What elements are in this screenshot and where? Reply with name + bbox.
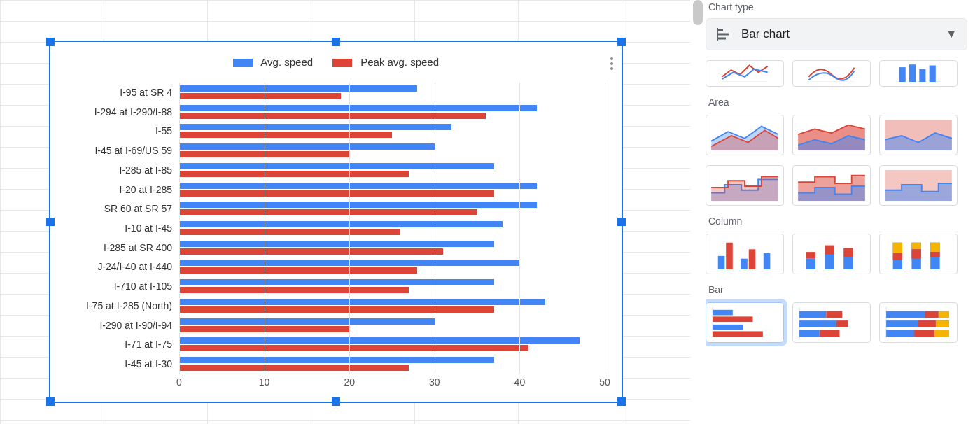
svg-rect-50 <box>713 331 763 337</box>
chart-gridline <box>349 83 350 374</box>
svg-rect-35 <box>844 248 853 257</box>
chart-type-gallery[interactable]: Area <box>706 60 967 410</box>
svg-rect-31 <box>806 252 816 259</box>
svg-rect-28 <box>764 253 771 269</box>
y-axis-label: I-285 at I-85 <box>67 160 179 180</box>
y-axis-label: J-24/I-40 at I-440 <box>67 257 179 277</box>
svg-rect-38 <box>893 243 902 253</box>
chart-gridline <box>519 83 520 374</box>
chart-options-button[interactable] <box>610 57 613 70</box>
y-axis-label: I-294 at I-290/I-88 <box>67 102 179 122</box>
chart-thumb-100-area[interactable] <box>879 115 958 155</box>
bar-row <box>179 160 605 180</box>
bar-peak-avg-speed <box>179 190 494 197</box>
svg-rect-45 <box>930 252 939 257</box>
y-axis-label: I-55 <box>67 121 179 141</box>
chart-thumb-area[interactable] <box>706 115 784 155</box>
svg-rect-67 <box>934 330 949 337</box>
y-axis-label: I-285 at SR 400 <box>67 238 179 257</box>
svg-rect-57 <box>820 330 840 337</box>
chart-thumb-bar[interactable] <box>706 302 784 343</box>
bar-avg-speed <box>179 143 435 150</box>
spreadsheet-area[interactable]: Avg. speed Peak avg. speed I-95 at SR 4I… <box>0 0 690 424</box>
bar-peak-avg-speed <box>179 287 409 293</box>
resize-handle-middle-right[interactable] <box>617 218 626 226</box>
legend-swatch-avg <box>233 59 253 67</box>
bar-avg-speed <box>179 202 537 208</box>
svg-rect-30 <box>806 259 816 269</box>
chart-thumb-100-bar[interactable] <box>879 302 958 343</box>
bar-row <box>179 141 605 160</box>
bar-avg-speed <box>179 318 435 325</box>
resize-handle-top-left[interactable] <box>46 38 55 46</box>
svg-rect-42 <box>911 249 920 258</box>
y-axis-label: I-45 at I-69/US 59 <box>67 141 179 160</box>
svg-rect-63 <box>918 320 936 327</box>
svg-rect-44 <box>930 243 939 252</box>
section-area-label: Area <box>708 97 967 108</box>
resize-handle-top-right[interactable] <box>617 38 626 46</box>
x-axis-tick: 40 <box>514 376 526 388</box>
section-bar-label: Bar <box>708 284 967 295</box>
y-axis-label: I-10 at I-45 <box>67 218 179 238</box>
resize-handle-top-middle[interactable] <box>332 38 340 46</box>
bar-avg-speed <box>179 357 494 363</box>
svg-rect-56 <box>799 330 820 337</box>
bar-row <box>179 102 605 122</box>
svg-rect-54 <box>799 320 836 327</box>
bar-row <box>179 257 605 277</box>
chart-thumb-column-mini[interactable] <box>879 60 958 87</box>
chart-type-select[interactable]: Bar chart ▼ <box>706 18 967 50</box>
chart-thumb-step-area[interactable] <box>706 165 784 206</box>
bar-peak-avg-speed <box>179 209 477 215</box>
chart-thumb-stacked-area[interactable] <box>792 115 871 155</box>
svg-rect-7 <box>899 67 906 82</box>
svg-rect-26 <box>741 259 748 269</box>
chart-thumb-stacked-step-area[interactable] <box>792 165 871 206</box>
bar-peak-avg-speed <box>179 267 417 274</box>
legend-label-b: Peak avg. speed <box>360 56 439 68</box>
chart-thumb-stacked-column[interactable] <box>792 234 871 274</box>
y-axis-label: I-290 at I-90/I-94 <box>67 316 179 335</box>
vertical-scrollbar[interactable] <box>690 0 704 424</box>
bar-row <box>179 296 605 316</box>
bar-row <box>179 238 605 257</box>
resize-handle-bottom-right[interactable] <box>617 397 626 406</box>
app-root: Avg. speed Peak avg. speed I-95 at SR 4I… <box>0 0 980 424</box>
svg-rect-49 <box>713 325 743 330</box>
bar-avg-speed <box>179 183 537 189</box>
chart-thumb-line[interactable] <box>706 60 784 87</box>
resize-handle-bottom-middle[interactable] <box>332 397 340 406</box>
resize-handle-bottom-left[interactable] <box>46 397 55 406</box>
legend-entry: Avg. speed <box>233 56 313 68</box>
resize-handle-middle-left[interactable] <box>46 218 55 226</box>
chart-type-value: Bar chart <box>741 27 936 41</box>
y-axis-label: I-20 at I-285 <box>67 180 179 199</box>
bar-avg-speed <box>179 221 503 227</box>
x-axis-tick: 20 <box>344 376 355 388</box>
y-axis-label: SR 60 at SR 57 <box>67 199 179 218</box>
bar-row <box>179 335 605 355</box>
bar-peak-avg-speed <box>179 229 400 235</box>
bar-peak-avg-speed <box>179 345 528 351</box>
chart-bars-area <box>179 83 605 374</box>
chart-thumb-stacked-bar[interactable] <box>792 302 871 343</box>
scrollbar-thumb[interactable] <box>693 0 703 25</box>
svg-rect-64 <box>936 320 949 327</box>
legend-swatch-peak <box>332 59 352 67</box>
bar-peak-avg-speed <box>179 113 486 119</box>
chart-thumb-100-column[interactable] <box>879 234 958 274</box>
chart-y-axis: I-95 at SR 4I-294 at I-290/I-88I-55I-45 … <box>67 83 179 374</box>
bar-avg-speed <box>179 299 545 305</box>
bar-row <box>179 180 605 199</box>
chevron-down-icon: ▼ <box>946 28 957 41</box>
svg-rect-39 <box>893 253 902 260</box>
chart-object[interactable]: Avg. speed Peak avg. speed I-95 at SR 4I… <box>49 41 623 403</box>
chart-thumb-column[interactable] <box>706 234 784 274</box>
chart-thumb-100-step-area[interactable] <box>879 165 958 206</box>
bar-peak-avg-speed <box>179 248 443 255</box>
bar-avg-speed <box>179 279 494 285</box>
chart-gridline <box>265 83 265 374</box>
bar-row <box>179 83 605 102</box>
chart-thumb-smooth-line[interactable] <box>792 60 871 87</box>
